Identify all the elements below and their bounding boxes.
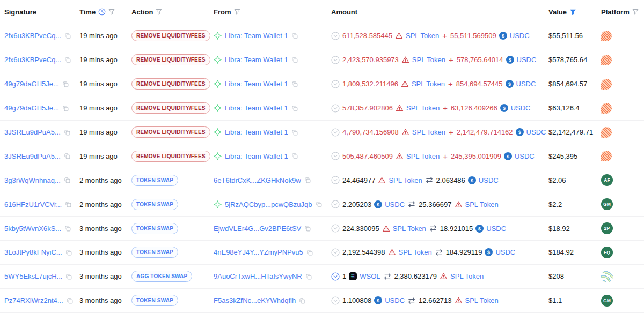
token-link[interactable]: SPL Token (465, 296, 499, 304)
token-link[interactable]: USDC (385, 296, 405, 304)
token-link[interactable]: SPL Token (412, 56, 445, 64)
filter-icon[interactable] (156, 9, 162, 15)
signature-link[interactable]: 2fx6u3KBPveCq... (4, 56, 61, 64)
signature-link[interactable]: 5WY5EksL7ujcH... (4, 272, 62, 280)
expand-chevron-icon[interactable] (331, 248, 340, 257)
token-link[interactable]: SPL Token (406, 32, 439, 40)
from-address-link[interactable]: Libra: Team Wallet 1 (225, 152, 288, 160)
copy-icon[interactable] (64, 225, 71, 232)
from-address-link[interactable]: F5as3kZfNc...eKYWhdqfih (214, 296, 296, 304)
expand-chevron-icon[interactable] (331, 296, 340, 305)
copy-icon[interactable] (291, 57, 298, 63)
token-link[interactable]: SPL Token (412, 80, 445, 88)
token-link[interactable]: SPL Token (393, 225, 426, 233)
copy-icon[interactable] (64, 57, 71, 63)
copy-icon[interactable] (304, 177, 311, 183)
from-address-link[interactable]: 4nE98eYJ4Y...YZmyPNPvu5 (214, 248, 303, 256)
copy-icon[interactable] (64, 177, 70, 183)
token-link[interactable]: USDC (516, 80, 536, 88)
token-link[interactable]: USDC (517, 56, 537, 64)
copy-icon[interactable] (64, 153, 70, 159)
expand-chevron-icon[interactable] (331, 176, 340, 184)
copy-icon[interactable] (306, 249, 313, 256)
token-link[interactable]: USDC (385, 200, 405, 208)
copy-icon[interactable] (291, 81, 298, 87)
copy-icon[interactable] (291, 105, 298, 111)
token-link[interactable]: USDC (495, 248, 515, 256)
from-address-link[interactable]: Libra: Team Wallet 1 (225, 80, 288, 88)
copy-icon[interactable] (62, 81, 69, 87)
from-address-link[interactable]: 6eT6tdrCxK...ZKGHkNok9w (214, 176, 301, 184)
copy-icon[interactable] (291, 153, 298, 159)
signature-link[interactable]: 3LoJtPy8kFNyiC... (4, 248, 62, 256)
token-link[interactable]: SPL Token (465, 200, 499, 208)
expand-chevron-icon[interactable] (331, 152, 340, 160)
expand-chevron-icon[interactable] (331, 56, 340, 64)
platform-icon-badge[interactable]: GM (601, 295, 613, 307)
platform-icon-meteora[interactable] (601, 127, 612, 138)
copy-icon[interactable] (316, 201, 322, 207)
copy-icon[interactable] (67, 297, 73, 304)
from-address-link[interactable]: Libra: Team Wallet 1 (225, 32, 288, 40)
token-link[interactable]: SPL Token (412, 128, 445, 136)
copy-icon[interactable] (64, 33, 71, 39)
filter-icon[interactable] (632, 9, 639, 15)
copy-icon[interactable] (291, 129, 298, 136)
token-link[interactable]: SPL Token (406, 152, 440, 160)
platform-icon-meteora[interactable] (601, 151, 612, 161)
copy-icon[interactable] (65, 201, 71, 207)
expand-chevron-icon[interactable] (331, 128, 340, 137)
token-link[interactable]: USDC (515, 152, 535, 160)
platform-icon-badge[interactable]: FQ (601, 247, 613, 258)
platform-icon-meteora[interactable] (601, 79, 612, 90)
token-link[interactable]: SPL Token (389, 176, 422, 184)
expand-chevron-icon[interactable] (331, 80, 340, 88)
expand-chevron-icon[interactable] (331, 32, 340, 40)
copy-icon[interactable] (305, 273, 312, 280)
token-link[interactable]: SPL Token (406, 104, 440, 112)
copy-icon[interactable] (65, 249, 72, 256)
from-address-link[interactable]: Libra: Team Wallet 1 (225, 56, 288, 64)
from-address-link[interactable]: 5jRzAQCbyp...pcwQBzuJqb (225, 200, 312, 208)
platform-icon-badge[interactable]: 2P (601, 222, 613, 234)
expand-chevron-icon[interactable] (331, 200, 340, 208)
filter-icon[interactable] (108, 9, 115, 15)
filter-icon[interactable] (234, 9, 240, 15)
copy-icon[interactable] (291, 33, 298, 39)
from-address-link[interactable]: 9AuoCrTxwH...HTafsYwyNR (214, 272, 302, 280)
from-address-link[interactable]: Libra: Team Wallet 1 (225, 128, 288, 136)
signature-link[interactable]: 3JSREu9dPuA5... (4, 128, 61, 136)
filter-filled-icon[interactable] (569, 9, 576, 16)
signature-link[interactable]: 616HFzU1rVCVr... (4, 200, 62, 208)
expand-chevron-icon[interactable] (331, 224, 340, 233)
signature-link[interactable]: 3JSREu9dPuA5... (4, 152, 61, 160)
platform-icon-badge[interactable]: GM (601, 198, 613, 210)
copy-icon[interactable] (62, 105, 69, 111)
token-link[interactable]: USDC (479, 176, 499, 184)
copy-icon[interactable] (65, 273, 72, 280)
expand-chevron-icon[interactable] (331, 272, 340, 281)
copy-icon[interactable] (304, 225, 311, 232)
platform-icon-meteora[interactable] (601, 55, 612, 65)
token-link[interactable]: SPL Token (450, 272, 484, 280)
token-link[interactable]: USDC (510, 32, 530, 40)
signature-link[interactable]: 3g3rWqWnhnaq... (4, 176, 61, 184)
signature-link[interactable]: Pz74RXiWrz2nt4... (4, 296, 63, 304)
platform-icon-aggregator[interactable] (601, 271, 613, 282)
from-address-link[interactable]: Libra: Team Wallet 1 (225, 104, 288, 112)
platform-icon-badge[interactable]: AF (601, 174, 613, 186)
platform-icon-meteora[interactable] (601, 103, 612, 114)
expand-chevron-icon[interactable] (331, 104, 340, 113)
token-link[interactable]: USDC (511, 104, 531, 112)
signature-link[interactable]: 2fx6u3KBPveCq... (4, 32, 61, 40)
clock-icon[interactable] (98, 8, 106, 16)
token-link[interactable]: SPL Token (399, 248, 432, 256)
token-link[interactable]: USDC (486, 225, 506, 233)
copy-icon[interactable] (64, 129, 70, 136)
token-link[interactable]: USDC (526, 128, 546, 136)
copy-icon[interactable] (299, 297, 305, 304)
signature-link[interactable]: 49g79daGH5Je... (4, 104, 59, 112)
signature-link[interactable]: 49g79daGH5Je... (4, 80, 59, 88)
signature-link[interactable]: 5kby5tWvnX6kS... (4, 225, 61, 233)
from-address-link[interactable]: EjwdVLEr4G...Gv2BPE6tSV (214, 225, 301, 233)
